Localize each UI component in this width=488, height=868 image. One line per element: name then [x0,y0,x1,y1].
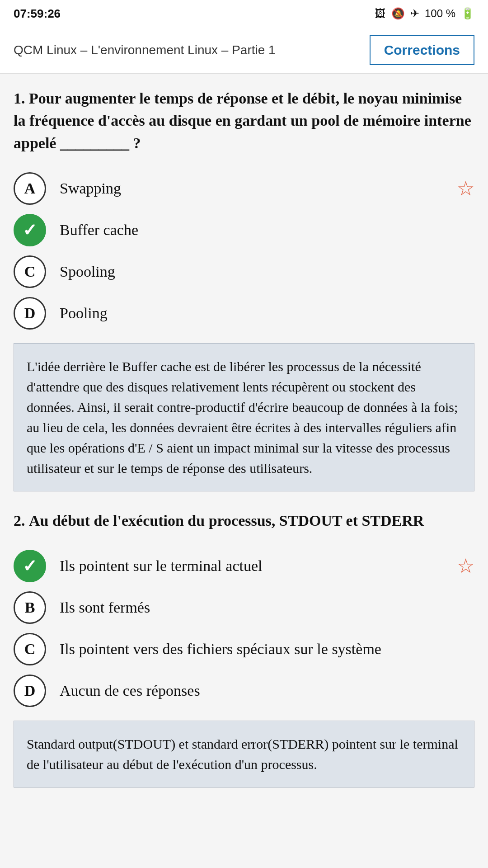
status-time: 07:59:26 [14,7,61,21]
option-1-a-star[interactable]: ☆ [457,177,474,200]
option-1-a-circle: A [14,172,46,205]
option-1-b-label: Buffer cache [60,222,474,239]
status-bar: 07:59:26 🖼 🔕 ✈ 100 % 🔋 [0,0,488,27]
option-2-b-label: Ils sont fermés [60,599,474,616]
question-2-text: 2. Au début de l'exécution du processus,… [14,509,474,532]
question-1-block: 1. Pour augmenter le temps de réponse et… [14,87,474,491]
option-1-b-circle [14,214,46,246]
option-2-a-star[interactable]: ☆ [457,554,474,578]
option-2-c[interactable]: C Ils pointent vers des fichiers spéciau… [14,628,474,670]
option-1-d-label: Pooling [60,305,474,322]
page-title: QCM Linux – L'environnement Linux – Part… [14,43,370,57]
option-1-b[interactable]: Buffer cache [14,209,474,251]
option-2-b[interactable]: B Ils sont fermés [14,587,474,628]
question-1-text: 1. Pour augmenter le temps de réponse et… [14,87,474,154]
battery-label: 100 % [425,7,455,20]
option-1-d[interactable]: D Pooling [14,292,474,334]
option-2-d[interactable]: D Aucun de ces réponses [14,670,474,712]
question-2-block: 2. Au début de l'exécution du processus,… [14,509,474,788]
main-content: 1. Pour augmenter le temps de réponse et… [0,74,488,819]
option-2-c-circle: C [14,633,46,665]
option-1-a-label: Swapping [60,180,452,197]
image-icon: 🖼 [375,7,386,20]
battery-icon: 🔋 [461,7,474,20]
airplane-icon: ✈ [410,7,419,20]
option-1-c-label: Spooling [60,263,474,280]
question-2-explanation: Standard output(STDOUT) et standard erro… [14,721,474,788]
option-2-a-label: Ils pointent sur le terminal actuel [60,557,452,575]
option-1-a[interactable]: A Swapping ☆ [14,168,474,209]
option-1-d-circle: D [14,297,46,330]
top-bar: QCM Linux – L'environnement Linux – Part… [0,27,488,74]
question-1-number: 1. [14,90,25,107]
option-2-a-circle [14,550,46,582]
corrections-button[interactable]: Corrections [370,35,474,65]
option-2-b-circle: B [14,591,46,624]
option-2-d-label: Aucun de ces réponses [60,682,474,699]
status-icons: 🖼 🔕 ✈ 100 % 🔋 [375,7,474,20]
option-2-d-circle: D [14,675,46,707]
option-1-c-circle: C [14,255,46,288]
mute-icon: 🔕 [391,7,405,20]
question-2-explanation-text: Standard output(STDOUT) et standard erro… [27,736,458,772]
question-1-explanation: L'idée derrière le Buffer cache est de l… [14,343,474,491]
option-1-c[interactable]: C Spooling [14,251,474,292]
option-2-c-label: Ils pointent vers des fichiers spéciaux … [60,641,474,658]
option-2-a[interactable]: Ils pointent sur le terminal actuel ☆ [14,545,474,587]
question-2-number: 2. [14,512,25,529]
